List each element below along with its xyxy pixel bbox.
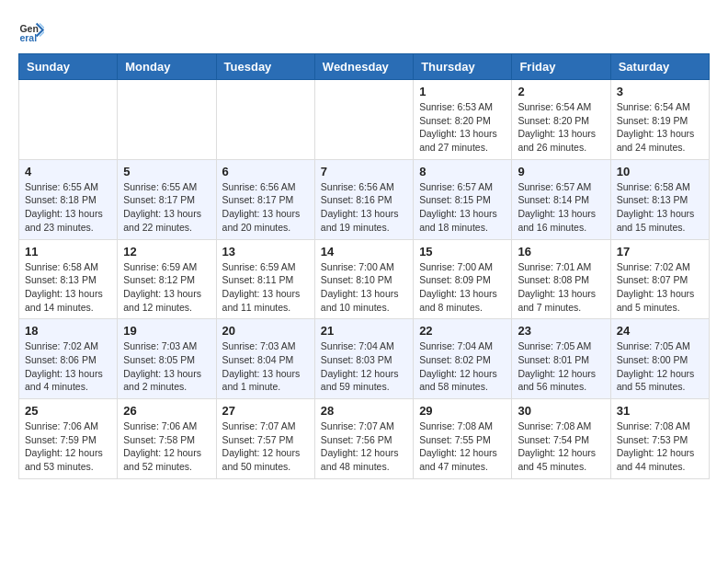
- day-number: 29: [419, 404, 506, 418]
- day-number: 15: [419, 245, 506, 259]
- day-number: 13: [222, 245, 309, 259]
- day-number: 31: [617, 404, 703, 418]
- day-number: 21: [321, 324, 407, 338]
- day-info: Sunrise: 6:59 AM Sunset: 8:11 PM Dayligh…: [222, 260, 309, 315]
- day-info: Sunrise: 6:58 AM Sunset: 8:13 PM Dayligh…: [25, 260, 111, 315]
- day-number: 16: [518, 245, 604, 259]
- day-info: Sunrise: 7:02 AM Sunset: 8:07 PM Dayligh…: [617, 260, 703, 315]
- day-number: 30: [518, 404, 604, 418]
- day-info: Sunrise: 7:06 AM Sunset: 7:58 PM Dayligh…: [123, 419, 210, 474]
- day-info: Sunrise: 6:56 AM Sunset: 8:17 PM Dayligh…: [222, 180, 309, 235]
- day-info: Sunrise: 6:56 AM Sunset: 8:16 PM Dayligh…: [321, 180, 407, 235]
- day-info: Sunrise: 7:01 AM Sunset: 8:08 PM Dayligh…: [518, 260, 604, 315]
- calendar-week-4: 18Sunrise: 7:02 AM Sunset: 8:06 PM Dayli…: [19, 319, 710, 399]
- day-info: Sunrise: 6:53 AM Sunset: 8:20 PM Dayligh…: [419, 100, 506, 155]
- calendar-week-3: 11Sunrise: 6:58 AM Sunset: 8:13 PM Dayli…: [19, 239, 710, 319]
- calendar-cell: 5Sunrise: 6:55 AM Sunset: 8:17 PM Daylig…: [118, 159, 216, 239]
- day-number: 19: [123, 324, 210, 338]
- day-number: 2: [518, 85, 604, 98]
- svg-text:eral: eral: [19, 32, 37, 43]
- calendar-cell: [314, 80, 413, 160]
- day-number: 3: [617, 85, 703, 98]
- calendar-cell: 11Sunrise: 6:58 AM Sunset: 8:13 PM Dayli…: [19, 239, 118, 319]
- day-header-friday: Friday: [512, 54, 610, 80]
- calendar-cell: 15Sunrise: 7:00 AM Sunset: 8:09 PM Dayli…: [414, 239, 512, 319]
- calendar-header-row: SundayMondayTuesdayWednesdayThursdayFrid…: [19, 54, 710, 80]
- day-header-sunday: Sunday: [19, 54, 118, 80]
- calendar-cell: 25Sunrise: 7:06 AM Sunset: 7:59 PM Dayli…: [19, 399, 118, 479]
- day-header-monday: Monday: [118, 54, 216, 80]
- day-number: 11: [25, 245, 111, 259]
- day-info: Sunrise: 6:54 AM Sunset: 8:20 PM Dayligh…: [518, 100, 604, 155]
- day-info: Sunrise: 6:57 AM Sunset: 8:15 PM Dayligh…: [419, 180, 506, 235]
- logo-icon: Gen eral: [18, 18, 44, 44]
- calendar-cell: 4Sunrise: 6:55 AM Sunset: 8:18 PM Daylig…: [19, 159, 118, 239]
- day-info: Sunrise: 7:03 AM Sunset: 8:04 PM Dayligh…: [222, 339, 309, 394]
- calendar-cell: 30Sunrise: 7:08 AM Sunset: 7:54 PM Dayli…: [512, 399, 610, 479]
- day-info: Sunrise: 7:07 AM Sunset: 7:56 PM Dayligh…: [321, 419, 407, 474]
- calendar-cell: 31Sunrise: 7:08 AM Sunset: 7:53 PM Dayli…: [610, 399, 709, 479]
- day-header-thursday: Thursday: [414, 54, 512, 80]
- day-info: Sunrise: 7:04 AM Sunset: 8:03 PM Dayligh…: [321, 339, 407, 394]
- day-number: 24: [617, 324, 703, 338]
- calendar-cell: 7Sunrise: 6:56 AM Sunset: 8:16 PM Daylig…: [314, 159, 413, 239]
- day-info: Sunrise: 6:54 AM Sunset: 8:19 PM Dayligh…: [617, 100, 703, 155]
- calendar-cell: 8Sunrise: 6:57 AM Sunset: 8:15 PM Daylig…: [414, 159, 512, 239]
- day-header-saturday: Saturday: [610, 54, 709, 80]
- calendar-cell: 2Sunrise: 6:54 AM Sunset: 8:20 PM Daylig…: [512, 80, 610, 160]
- calendar-cell: 17Sunrise: 7:02 AM Sunset: 8:07 PM Dayli…: [610, 239, 709, 319]
- calendar-cell: 29Sunrise: 7:08 AM Sunset: 7:55 PM Dayli…: [414, 399, 512, 479]
- calendar-cell: 3Sunrise: 6:54 AM Sunset: 8:19 PM Daylig…: [610, 80, 709, 160]
- day-info: Sunrise: 7:08 AM Sunset: 7:53 PM Dayligh…: [617, 419, 703, 474]
- calendar-cell: 27Sunrise: 7:07 AM Sunset: 7:57 PM Dayli…: [216, 399, 314, 479]
- calendar-cell: 18Sunrise: 7:02 AM Sunset: 8:06 PM Dayli…: [19, 319, 118, 399]
- day-number: 20: [222, 324, 309, 338]
- calendar-cell: 1Sunrise: 6:53 AM Sunset: 8:20 PM Daylig…: [414, 80, 512, 160]
- day-number: 6: [222, 165, 309, 178]
- calendar-cell: 6Sunrise: 6:56 AM Sunset: 8:17 PM Daylig…: [216, 159, 314, 239]
- day-info: Sunrise: 7:05 AM Sunset: 8:00 PM Dayligh…: [617, 339, 703, 394]
- day-info: Sunrise: 6:57 AM Sunset: 8:14 PM Dayligh…: [518, 180, 604, 235]
- day-number: 9: [518, 165, 604, 178]
- calendar-cell: 22Sunrise: 7:04 AM Sunset: 8:02 PM Dayli…: [414, 319, 512, 399]
- day-number: 5: [123, 165, 210, 178]
- calendar-cell: [216, 80, 314, 160]
- day-number: 27: [222, 404, 309, 418]
- day-number: 25: [25, 404, 111, 418]
- calendar-cell: 10Sunrise: 6:58 AM Sunset: 8:13 PM Dayli…: [610, 159, 709, 239]
- day-number: 1: [419, 85, 506, 98]
- calendar-cell: 9Sunrise: 6:57 AM Sunset: 8:14 PM Daylig…: [512, 159, 610, 239]
- day-info: Sunrise: 6:59 AM Sunset: 8:12 PM Dayligh…: [123, 260, 210, 315]
- day-number: 7: [321, 165, 407, 178]
- day-info: Sunrise: 7:08 AM Sunset: 7:54 PM Dayligh…: [518, 419, 604, 474]
- day-info: Sunrise: 6:55 AM Sunset: 8:17 PM Dayligh…: [123, 180, 210, 235]
- day-info: Sunrise: 7:05 AM Sunset: 8:01 PM Dayligh…: [518, 339, 604, 394]
- day-info: Sunrise: 7:00 AM Sunset: 8:10 PM Dayligh…: [321, 260, 407, 315]
- calendar-cell: 26Sunrise: 7:06 AM Sunset: 7:58 PM Dayli…: [118, 399, 216, 479]
- day-info: Sunrise: 7:02 AM Sunset: 8:06 PM Dayligh…: [25, 339, 111, 394]
- day-number: 14: [321, 245, 407, 259]
- day-info: Sunrise: 7:03 AM Sunset: 8:05 PM Dayligh…: [123, 339, 210, 394]
- day-number: 4: [25, 165, 111, 178]
- day-number: 8: [419, 165, 506, 178]
- calendar-week-1: 1Sunrise: 6:53 AM Sunset: 8:20 PM Daylig…: [19, 80, 710, 160]
- day-info: Sunrise: 6:58 AM Sunset: 8:13 PM Dayligh…: [617, 180, 703, 235]
- calendar-week-2: 4Sunrise: 6:55 AM Sunset: 8:18 PM Daylig…: [19, 159, 710, 239]
- day-info: Sunrise: 7:08 AM Sunset: 7:55 PM Dayligh…: [419, 419, 506, 474]
- day-number: 12: [123, 245, 210, 259]
- calendar-cell: 23Sunrise: 7:05 AM Sunset: 8:01 PM Dayli…: [512, 319, 610, 399]
- day-number: 23: [518, 324, 604, 338]
- calendar-cell: 16Sunrise: 7:01 AM Sunset: 8:08 PM Dayli…: [512, 239, 610, 319]
- day-header-tuesday: Tuesday: [216, 54, 314, 80]
- day-info: Sunrise: 7:04 AM Sunset: 8:02 PM Dayligh…: [419, 339, 506, 394]
- logo: Gen eral: [18, 18, 46, 44]
- day-info: Sunrise: 7:00 AM Sunset: 8:09 PM Dayligh…: [419, 260, 506, 315]
- calendar-cell: 19Sunrise: 7:03 AM Sunset: 8:05 PM Dayli…: [118, 319, 216, 399]
- calendar-cell: 28Sunrise: 7:07 AM Sunset: 7:56 PM Dayli…: [314, 399, 413, 479]
- calendar-cell: 20Sunrise: 7:03 AM Sunset: 8:04 PM Dayli…: [216, 319, 314, 399]
- day-info: Sunrise: 6:55 AM Sunset: 8:18 PM Dayligh…: [25, 180, 111, 235]
- day-number: 28: [321, 404, 407, 418]
- calendar-cell: 14Sunrise: 7:00 AM Sunset: 8:10 PM Dayli…: [314, 239, 413, 319]
- day-header-wednesday: Wednesday: [314, 54, 413, 80]
- page-header: Gen eral: [18, 18, 710, 44]
